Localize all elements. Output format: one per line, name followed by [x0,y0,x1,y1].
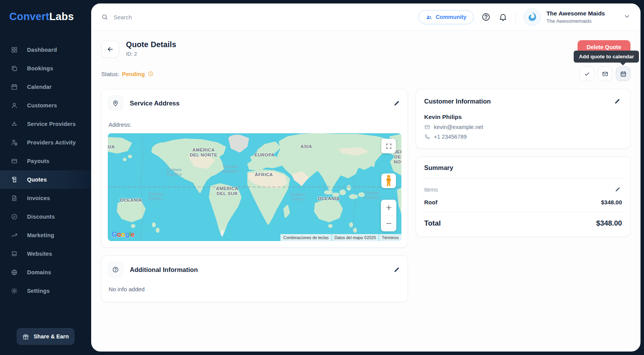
sidebar-item-label: Domains [27,269,51,275]
terms-link[interactable]: Términos [379,234,401,241]
item-amount: $348.00 [601,199,622,206]
plus-icon [386,204,392,211]
payouts-icon [11,158,18,165]
sidebar-item-providers-activity[interactable]: Providers Activity [0,133,91,152]
phone-icon [424,134,430,140]
add-to-calendar-button[interactable] [616,66,630,81]
sidebar-item-settings[interactable]: Settings [0,282,91,300]
sidebar-item-calendar[interactable]: Calendar [0,78,91,96]
pencil-icon [393,267,400,273]
help-button[interactable] [481,12,491,22]
account-name: The Awesome Maids [546,10,605,17]
search-bar [101,14,418,20]
edit-additional-info-button[interactable] [392,265,401,275]
pencil-icon [615,187,620,192]
service-address-map[interactable]: SIAAMÉRICA DEL NORTEEUROPAASIAOcéano Pac… [108,133,401,241]
sidebar-item-label: Service Providers [27,121,76,127]
summary-divider [424,178,622,178]
quote-action-buttons [579,66,630,81]
share-earn-label: Share & Earn [34,333,69,340]
discounts-icon [11,213,18,220]
edit-address-button[interactable] [392,99,401,108]
location-chip [108,95,123,111]
sidebar-item-bookings[interactable]: Bookings [0,59,91,78]
edit-items-button[interactable] [613,185,622,194]
sidebar-item-label: Calendar [27,84,52,90]
search-input[interactable] [114,14,276,20]
calendar-icon [620,71,627,77]
sidebar-item-label: Customers [27,102,57,109]
zoom-in-button[interactable] [381,200,396,216]
logo-part-2: Labs [49,11,74,22]
service-address-title: Service Address [130,100,180,107]
bookings-icon [11,65,18,72]
back-button[interactable] [101,40,119,58]
envelope-icon [424,124,430,130]
envelope-icon [602,71,608,77]
sidebar-item-label: Marketing [27,232,54,238]
sidebar-item-label: Websites [27,251,52,257]
sidebar-item-invoices[interactable]: Invoices [0,189,91,207]
world-map-image [108,133,401,241]
sidebar-item-payouts[interactable]: Payouts [0,152,91,170]
sidebar-item-service-providers[interactable]: Service Providers [0,115,91,133]
location-pin-icon [112,100,119,107]
sidebar-item-dashboard[interactable]: Dashboard [0,41,91,59]
customer-name: Kevin Philips [424,114,622,121]
sidebar-item-discounts[interactable]: Discounts [0,207,91,226]
share-earn-button[interactable]: Share & Earn [17,328,75,345]
quote-header: Quote Details ID: 2 Delete Quote Add quo… [101,40,630,58]
email-quote-button[interactable] [598,66,612,81]
notifications-button[interactable] [498,12,508,22]
summary-divider [424,212,622,212]
account-menu[interactable]: The Awesome Maids The Awesomemaids [523,8,630,26]
approve-quote-button[interactable] [579,66,594,81]
account-avatar [523,8,541,26]
dashboard-icon [11,46,18,53]
status-badge: Pending [122,71,145,77]
status-label: Status: [101,71,119,77]
pencil-icon [393,100,400,107]
items-label: Items [424,187,438,193]
keyboard-shortcuts-link[interactable]: Combinaciones de teclas [280,234,331,241]
edit-customer-button[interactable] [612,97,622,106]
map-zoom-control [381,200,396,231]
chevron-down-icon [624,13,630,20]
customer-info-card: Customer Information Kevin Philips kevin… [416,89,630,149]
community-button[interactable]: Community [418,10,474,24]
sidebar-item-quotes[interactable]: Quotes [0,170,91,189]
community-label: Community [436,14,467,20]
summary-items-header: Items [424,185,622,194]
sidebar-item-websites[interactable]: Websites [0,245,91,263]
page-content: Quote Details ID: 2 Delete Quote Add quo… [91,31,641,302]
question-circle-icon [112,266,119,273]
app-logo: ConvertLabs [0,0,91,27]
websites-icon [11,250,18,257]
question-chip [108,262,123,277]
customer-info-header: Customer Information [424,97,622,106]
right-column: Customer Information Kevin Philips kevin… [416,89,630,237]
map-data-text: Datos del mapa ©2025 [332,234,379,241]
account-text: The Awesome Maids The Awesomemaids [546,10,605,24]
account-chevron[interactable] [624,13,630,21]
sidebar-item-label: Bookings [27,65,53,71]
item-name: Roof [424,199,437,206]
gift-icon [22,333,29,340]
sidebar-item-domains[interactable]: Domains [0,263,91,282]
street-view-pegman-button[interactable] [381,173,396,188]
fullscreen-icon [386,143,392,149]
summary-total-row: Total $348.00 [424,219,622,228]
topbar: Community The Awesome Maids The Awesomem… [91,3,641,31]
community-people-icon [426,14,432,20]
sidebar-item-marketing[interactable]: Marketing [0,226,91,245]
sidebar-nav: Dashboard Bookings Calendar Customers Se… [0,41,91,328]
google-logo[interactable]: Google [112,231,134,239]
left-column: Service Address Address: [101,89,408,302]
additional-info-title: Additional Information [130,266,198,273]
pending-clock-icon [148,71,154,77]
additional-info-card: Additional Information No info added [101,255,408,302]
map-fullscreen-button[interactable] [381,139,396,153]
zoom-out-button[interactable] [381,216,396,231]
calendar-icon [11,83,18,90]
sidebar-item-customers[interactable]: Customers [0,96,91,115]
